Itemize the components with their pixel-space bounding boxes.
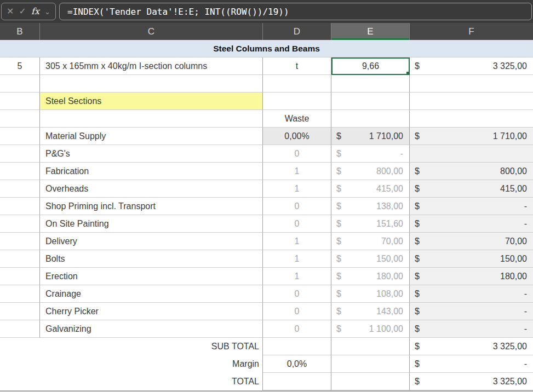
column-header-f[interactable]: F xyxy=(410,23,533,40)
waste-value-cell[interactable]: 1 xyxy=(263,233,331,250)
summary-total-cell[interactable]: $3 325,00 xyxy=(410,338,533,355)
cell-e[interactable] xyxy=(331,75,410,93)
cell-d[interactable] xyxy=(263,75,331,93)
selected-cell-quantity[interactable]: 9,66 xyxy=(331,57,410,75)
cell-d[interactable] xyxy=(263,93,331,110)
cell-c[interactable] xyxy=(40,110,263,128)
summary-total-cell[interactable]: $3 325,00 xyxy=(410,373,533,390)
column-header-d[interactable]: D xyxy=(263,23,331,40)
total-cell[interactable]: $70,00 xyxy=(410,233,533,250)
cell-b[interactable] xyxy=(0,180,40,198)
cell-item-description[interactable]: 305 x 165mm x 40kg/m I-section columns xyxy=(40,57,263,75)
cost-label-cell[interactable]: Shop Priming incl. Transport xyxy=(40,198,263,215)
cell-e[interactable] xyxy=(331,355,410,373)
waste-value-cell[interactable]: 0,00% xyxy=(263,128,331,145)
summary-label-cell[interactable]: Margin xyxy=(40,355,263,373)
cell-b[interactable] xyxy=(0,215,40,233)
cell-b[interactable] xyxy=(0,355,40,373)
cell-f[interactable] xyxy=(410,75,533,93)
sheet-title-cell[interactable]: Steel Columns and Beams xyxy=(0,40,533,57)
column-header-b[interactable]: B xyxy=(0,23,40,40)
fx-icon[interactable]: fx xyxy=(31,7,39,16)
rate-cell[interactable]: $150,00 xyxy=(331,250,410,268)
rate-cell[interactable]: $70,00 xyxy=(331,233,410,250)
cell-b[interactable] xyxy=(0,145,40,163)
cell-e[interactable] xyxy=(331,93,410,110)
total-cell[interactable]: $180,00 xyxy=(410,268,533,285)
rate-cell[interactable]: $143,00 xyxy=(331,303,410,320)
cost-label-cell[interactable]: P&G's xyxy=(40,145,263,163)
cost-label-cell[interactable]: Bolts xyxy=(40,250,263,268)
summary-total-cell[interactable]: $- xyxy=(410,355,533,373)
cost-label-cell[interactable]: Cherry Picker xyxy=(40,303,263,320)
cell-item-number[interactable]: 5 xyxy=(0,57,40,75)
total-cell[interactable]: $415,00 xyxy=(410,180,533,198)
total-cell[interactable]: $- xyxy=(410,303,533,320)
cost-label-cell[interactable]: Galvanizing xyxy=(40,320,263,338)
rate-cell[interactable]: $1 100,00 xyxy=(331,320,410,338)
cell-e[interactable] xyxy=(331,110,410,128)
total-cell[interactable]: $150,00 xyxy=(410,250,533,268)
column-header-c[interactable]: C xyxy=(40,23,263,40)
cell-b[interactable] xyxy=(0,268,40,285)
waste-value-cell[interactable]: 1 xyxy=(263,163,331,180)
section-label-cell[interactable]: Steel Sections xyxy=(40,93,263,110)
cell-b[interactable] xyxy=(0,163,40,180)
total-cell[interactable]: $- xyxy=(410,198,533,215)
cell-b[interactable] xyxy=(0,93,40,110)
rate-cell[interactable]: $151,60 xyxy=(331,215,410,233)
waste-header-cell[interactable]: Waste xyxy=(263,110,331,128)
cost-label-cell[interactable]: Crainage xyxy=(40,285,263,303)
total-cell[interactable]: $1 710,00 xyxy=(410,128,533,145)
waste-value-cell[interactable]: 0 xyxy=(263,198,331,215)
cost-label-cell[interactable]: Material Supply xyxy=(40,128,263,145)
cell-b[interactable] xyxy=(0,320,40,338)
fill-handle[interactable] xyxy=(406,71,410,75)
total-cell[interactable]: $- xyxy=(410,215,533,233)
cost-label-cell[interactable]: Delivery xyxy=(40,233,263,250)
cell-b[interactable] xyxy=(0,128,40,145)
cost-label-cell[interactable]: Fabrication xyxy=(40,163,263,180)
rate-cell[interactable]: $- xyxy=(331,145,410,163)
rate-cell[interactable]: $180,00 xyxy=(331,268,410,285)
cell-f[interactable] xyxy=(410,93,533,110)
cell-item-unit[interactable]: t xyxy=(263,57,331,75)
rate-cell[interactable]: $1 710,00 xyxy=(331,128,410,145)
cell-b[interactable] xyxy=(0,198,40,215)
cost-label-cell[interactable]: On Site Painting xyxy=(40,215,263,233)
cancel-icon[interactable]: ✕ xyxy=(7,7,14,16)
waste-value-cell[interactable]: 1 xyxy=(263,180,331,198)
summary-percent-cell[interactable] xyxy=(263,373,331,390)
chevron-down-icon[interactable]: ⌄ xyxy=(44,8,50,15)
rate-cell[interactable]: $138,00 xyxy=(331,198,410,215)
waste-value-cell[interactable]: 0 xyxy=(263,215,331,233)
cell-c[interactable] xyxy=(40,75,263,93)
cell-f[interactable] xyxy=(410,110,533,128)
cell-b[interactable] xyxy=(0,233,40,250)
rate-cell[interactable]: $800,00 xyxy=(331,163,410,180)
waste-value-cell[interactable]: 0 xyxy=(263,303,331,320)
waste-value-cell[interactable]: 1 xyxy=(263,250,331,268)
cell-e[interactable] xyxy=(331,373,410,390)
summary-label-cell[interactable]: SUB TOTAL xyxy=(40,338,263,355)
waste-value-cell[interactable]: 0 xyxy=(263,145,331,163)
cell-b[interactable] xyxy=(0,250,40,268)
cell-b[interactable] xyxy=(0,338,40,355)
formula-input[interactable]: =INDEX('Tender Data'!E:E; INT((ROW())/19… xyxy=(59,3,532,20)
cost-label-cell[interactable]: Overheads xyxy=(40,180,263,198)
cell-b[interactable] xyxy=(0,373,40,390)
cell-b[interactable] xyxy=(0,285,40,303)
summary-percent-cell[interactable]: 0,0% xyxy=(263,355,331,373)
cell-b[interactable] xyxy=(0,75,40,93)
cell-b[interactable] xyxy=(0,110,40,128)
check-icon[interactable]: ✓ xyxy=(19,7,26,16)
waste-value-cell[interactable]: 1 xyxy=(263,268,331,285)
cell-item-amount[interactable]: $3 325,00 xyxy=(410,57,533,75)
total-cell[interactable]: $- xyxy=(410,285,533,303)
summary-percent-cell[interactable] xyxy=(263,338,331,355)
total-cell[interactable] xyxy=(410,145,533,163)
rate-cell[interactable]: $415,00 xyxy=(331,180,410,198)
total-cell[interactable]: $800,00 xyxy=(410,163,533,180)
cell-e[interactable] xyxy=(331,338,410,355)
waste-value-cell[interactable]: 0 xyxy=(263,320,331,338)
